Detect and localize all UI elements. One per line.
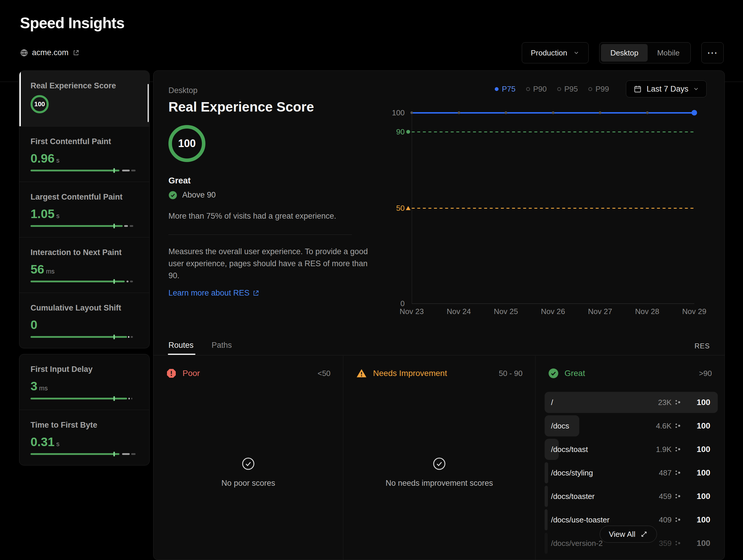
learn-more-label: Learn more about RES — [168, 289, 250, 298]
learn-more-link[interactable]: Learn more about RES — [168, 289, 259, 298]
column-poor: Poor <50 No poor scores — [154, 356, 343, 560]
date-range-select[interactable]: Last 7 Days — [626, 80, 707, 97]
circle-check-outline-icon — [433, 457, 446, 471]
view-all-button[interactable]: View All — [600, 526, 657, 543]
metric-group-core: Real Experience Score100First Contentful… — [19, 71, 150, 348]
y-tick-90: 90 — [381, 127, 405, 136]
threshold-label: Above 90 — [182, 190, 216, 200]
route-visitors: 23K — [658, 398, 671, 407]
tab-routes[interactable]: Routes — [168, 341, 194, 350]
route-path: /docs/toaster — [551, 492, 659, 501]
route-visitors: 359 — [659, 539, 671, 548]
check-circle-icon — [168, 191, 177, 200]
percentile-legend: P75P90P95P99 — [495, 85, 609, 94]
legend-item-p95[interactable]: P95 — [557, 85, 578, 94]
metric-distribution-bar — [31, 279, 138, 284]
metric-card-cumulative-layout-shift[interactable]: Cumulative Layout Shift0 — [19, 293, 149, 348]
route-visitors: 409 — [659, 515, 671, 524]
ni-empty-text: No needs improvement scores — [386, 479, 493, 488]
score-ring: 100 — [168, 125, 206, 162]
traffic-bar — [544, 486, 548, 507]
route-row[interactable]: /docs/toast1.9K100 — [544, 439, 718, 460]
res-column-label: RES — [695, 342, 710, 350]
metric-title: Real Experience Score — [31, 81, 138, 90]
x-tick-nov-23: Nov 23 — [394, 307, 429, 316]
legend-dot-icon — [588, 87, 592, 91]
main-panel: Desktop Real Experience Score 100 Great … — [153, 71, 725, 560]
x-tick-nov-28: Nov 28 — [630, 307, 665, 316]
route-score: 100 — [684, 398, 710, 407]
metric-card-interaction-to-next-paint[interactable]: Interaction to Next Paint56ms — [19, 237, 149, 293]
poor-empty-state: No poor scores — [154, 457, 343, 488]
panel-title: Real Experience Score — [168, 99, 314, 115]
circle-check-outline-icon — [242, 457, 255, 471]
route-score: 100 — [684, 468, 710, 477]
route-row[interactable]: /docs4.6K100 — [544, 415, 718, 436]
metric-value: 3ms — [31, 379, 138, 393]
device-tab-desktop[interactable]: Desktop — [601, 44, 648, 61]
route-path: /docs/toast — [551, 445, 656, 454]
date-range-label: Last 7 Days — [647, 85, 689, 94]
legend-dot-icon — [526, 87, 530, 91]
external-link-icon — [252, 290, 259, 297]
metric-card-time-to-first-byte[interactable]: Time to First Byte0.31s — [19, 410, 149, 465]
alert-octagon-icon — [166, 368, 177, 379]
y-tick-0: 0 — [381, 299, 405, 308]
more-options-button[interactable]: ⋯ — [701, 42, 724, 63]
chart-header: P75P90P95P99 Last 7 Days — [495, 80, 707, 97]
metric-unit: ms — [39, 385, 48, 392]
metric-title: First Input Delay — [31, 365, 138, 374]
route-row[interactable]: /docs/toaster459100 — [544, 486, 718, 507]
visits-note: More than 75% of visits had a great expe… — [168, 212, 336, 221]
reference-line-50 — [412, 208, 694, 209]
route-visitors: 4.6K — [656, 422, 672, 431]
route-row[interactable]: /docs/styling487100 — [544, 462, 718, 483]
route-path: /docs — [551, 422, 656, 431]
page-title: Speed Insights — [20, 14, 124, 32]
legend-item-p90[interactable]: P90 — [526, 85, 547, 94]
column-great-range: >90 — [699, 369, 712, 378]
metric-value: 0.96s — [31, 152, 138, 166]
metric-title: First Contentful Paint — [31, 137, 138, 146]
site-link[interactable]: acme.com — [20, 48, 80, 57]
route-score: 100 — [684, 445, 710, 454]
column-ni-range: 50 - 90 — [499, 369, 523, 378]
column-poor-header: Poor <50 — [154, 368, 343, 379]
route-visitors: 459 — [659, 492, 671, 501]
metric-unit: ms — [46, 268, 54, 275]
traffic-bar — [544, 509, 548, 530]
speed-insights-page: Speed Insights acme.com Production Deskt… — [0, 0, 743, 560]
metric-card-real-experience-score[interactable]: Real Experience Score100 — [19, 71, 149, 126]
metric-card-first-contentful-paint[interactable]: First Contentful Paint0.96s — [19, 126, 149, 182]
legend-label: P90 — [533, 85, 547, 94]
scrollbar-thumb[interactable] — [147, 84, 149, 122]
route-row[interactable]: /23K100 — [544, 392, 718, 413]
warning-triangle-icon — [356, 368, 367, 379]
legend-label: P95 — [564, 85, 578, 94]
x-tick-nov-29: Nov 29 — [677, 307, 712, 316]
routes-tabbar: Routes Paths RES — [154, 341, 725, 355]
visitors-dots-icon — [674, 517, 681, 523]
external-link-icon — [73, 49, 80, 56]
traffic-bar — [544, 462, 548, 483]
legend-item-p75[interactable]: P75 — [495, 85, 515, 94]
visitors-dots-icon — [674, 423, 681, 429]
tab-paths[interactable]: Paths — [212, 341, 232, 350]
y-tick-50: 50 — [381, 204, 405, 213]
data-point — [457, 112, 460, 114]
check-circle-icon — [548, 368, 559, 379]
data-point — [552, 112, 554, 114]
environment-select[interactable]: Production — [522, 42, 588, 63]
route-path: /docs/styling — [551, 468, 659, 477]
device-tab-mobile[interactable]: Mobile — [648, 44, 689, 61]
metric-card-largest-contentful-paint[interactable]: Largest Contentful Paint1.05s — [19, 182, 149, 237]
column-needs-improvement: Needs Improvement 50 - 90 No needs impro… — [343, 356, 535, 560]
active-indicator — [19, 71, 21, 126]
y-tick-100: 100 — [381, 108, 405, 117]
legend-item-p99[interactable]: P99 — [588, 85, 609, 94]
metric-description: Measures the overall user experience. To… — [168, 246, 368, 282]
metric-card-first-input-delay[interactable]: First Input Delay3ms — [19, 354, 149, 410]
visitors-dots-icon — [674, 493, 681, 500]
column-great-title: Great — [565, 369, 585, 378]
legend-dot-icon — [557, 87, 561, 91]
